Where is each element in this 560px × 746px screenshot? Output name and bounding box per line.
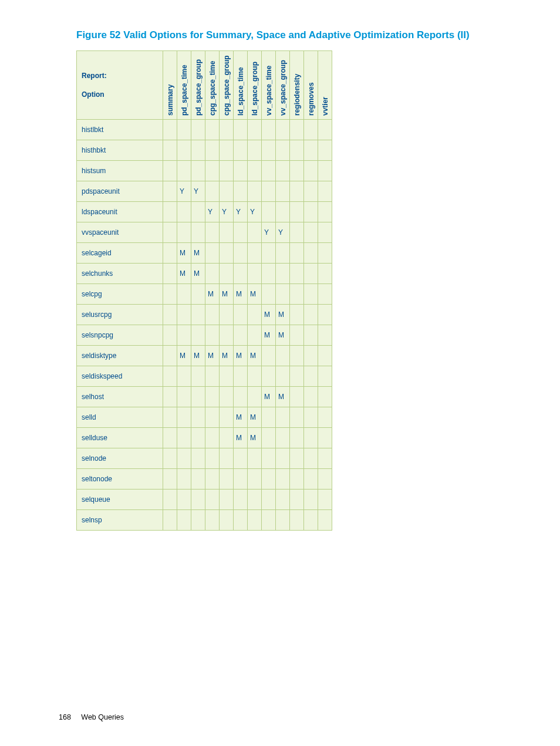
table-cell xyxy=(276,469,290,490)
table-cell xyxy=(262,469,276,490)
table-cell xyxy=(318,510,332,531)
table-cell xyxy=(205,120,220,140)
table-cell xyxy=(234,366,248,387)
table-header-row: Report: Option summarypd_space_timepd_sp… xyxy=(77,51,332,120)
table-cell xyxy=(276,161,290,181)
table-cell xyxy=(220,161,234,181)
table-cell: M xyxy=(234,346,248,366)
table-cell xyxy=(220,510,234,531)
table-cell xyxy=(290,448,304,469)
table-cell xyxy=(318,161,332,181)
table-cell xyxy=(318,305,332,325)
table-cell xyxy=(163,387,177,407)
table-cell xyxy=(191,366,205,387)
table-cell xyxy=(290,120,304,140)
table-cell xyxy=(248,181,262,202)
table-cell: M xyxy=(177,243,191,264)
table-cell xyxy=(177,161,191,181)
corner-header: Report: Option xyxy=(77,51,163,120)
table-cell xyxy=(262,284,276,305)
table-cell xyxy=(262,407,276,428)
table-cell: M xyxy=(276,305,290,325)
table-cell xyxy=(163,120,177,140)
table-cell xyxy=(262,243,276,264)
table-cell xyxy=(318,490,332,510)
table-cell xyxy=(276,243,290,264)
table-cell xyxy=(262,181,276,202)
table-cell xyxy=(318,202,332,222)
table-cell: M xyxy=(205,284,220,305)
table-cell xyxy=(205,140,220,161)
table-cell xyxy=(290,202,304,222)
table-cell xyxy=(304,428,318,448)
table-cell xyxy=(290,264,304,284)
table-cell xyxy=(163,346,177,366)
table-cell xyxy=(304,387,318,407)
table-cell xyxy=(163,448,177,469)
table-cell: Y xyxy=(276,222,290,243)
table-cell xyxy=(304,407,318,428)
table-cell xyxy=(304,325,318,346)
column-header-label: cpg_space_group xyxy=(222,55,231,116)
table-cell xyxy=(177,448,191,469)
table-cell xyxy=(304,161,318,181)
table-cell xyxy=(318,120,332,140)
table-cell xyxy=(205,490,220,510)
table-cell xyxy=(234,469,248,490)
table-cell xyxy=(276,284,290,305)
table-cell xyxy=(304,490,318,510)
column-header-label: pd_space_time xyxy=(180,65,188,116)
table-cell xyxy=(304,510,318,531)
table-cell xyxy=(163,407,177,428)
table-cell xyxy=(177,325,191,346)
table-cell xyxy=(220,120,234,140)
table-cell xyxy=(205,264,220,284)
column-header: cpg_space_group xyxy=(220,51,234,120)
column-header: vv_space_group xyxy=(276,51,290,120)
table-cell xyxy=(220,140,234,161)
table-row: histlbkt xyxy=(77,120,332,140)
table-cell xyxy=(177,202,191,222)
table-cell xyxy=(163,366,177,387)
table-cell xyxy=(290,490,304,510)
table-cell xyxy=(177,222,191,243)
row-label: seldiskspeed xyxy=(77,366,163,387)
table-cell: M xyxy=(276,325,290,346)
table-cell xyxy=(248,510,262,531)
table-cell: M xyxy=(220,284,234,305)
table-cell: M xyxy=(262,387,276,407)
column-header: summary xyxy=(163,51,177,120)
row-label: seltonode xyxy=(77,469,163,490)
table-cell xyxy=(276,428,290,448)
column-header: pd_space_group xyxy=(191,51,205,120)
table-cell: M xyxy=(262,325,276,346)
column-header-label: pd_space_group xyxy=(194,59,203,116)
table-cell: Y xyxy=(177,181,191,202)
table-cell xyxy=(304,469,318,490)
table-cell: M xyxy=(191,264,205,284)
table-cell xyxy=(205,366,220,387)
table-cell xyxy=(191,448,205,469)
table-cell: M xyxy=(262,305,276,325)
table-cell xyxy=(262,140,276,161)
table-cell xyxy=(205,305,220,325)
table-cell xyxy=(290,243,304,264)
table-cell xyxy=(290,428,304,448)
table-row: selhostMM xyxy=(77,387,332,407)
table-cell xyxy=(234,140,248,161)
table-cell xyxy=(205,325,220,346)
table-cell xyxy=(163,325,177,346)
table-cell xyxy=(248,222,262,243)
table-cell xyxy=(290,407,304,428)
table-cell xyxy=(318,325,332,346)
column-header-label: vvtier xyxy=(321,97,329,116)
table-cell xyxy=(276,407,290,428)
table-cell: M xyxy=(248,407,262,428)
table-cell xyxy=(191,284,205,305)
row-label: selsnpcpg xyxy=(77,325,163,346)
table-cell xyxy=(290,284,304,305)
table-cell xyxy=(177,407,191,428)
table-cell: M xyxy=(191,243,205,264)
table-cell xyxy=(191,428,205,448)
table-cell xyxy=(191,305,205,325)
